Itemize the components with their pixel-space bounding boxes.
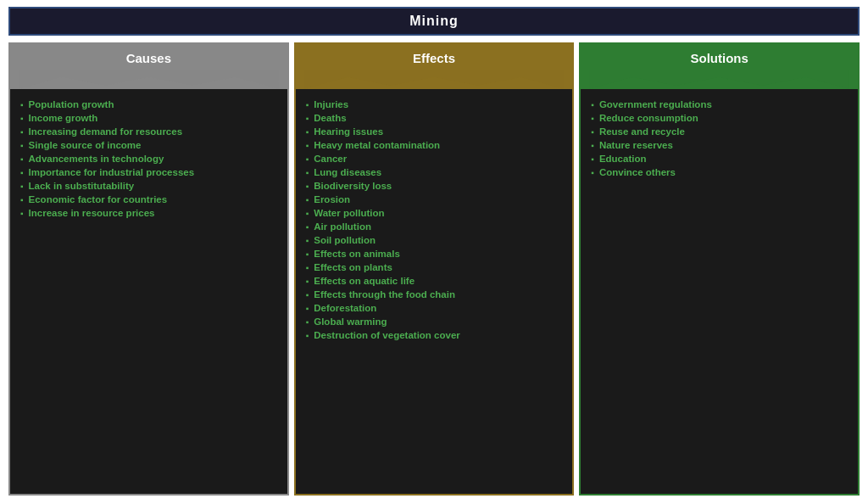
list-item: Single source of income bbox=[20, 138, 277, 152]
list-item: Education bbox=[591, 152, 848, 165]
list-item: Deforestation bbox=[306, 301, 563, 315]
list-item: Cancer bbox=[306, 152, 563, 165]
list-item: Effects on plants bbox=[306, 260, 563, 274]
effects-body: InjuriesDeathsHearing issuesHeavy metal … bbox=[296, 89, 573, 494]
list-item: Income growth bbox=[20, 111, 277, 125]
list-item: Injuries bbox=[306, 98, 563, 111]
list-item: Nature reserves bbox=[591, 138, 848, 152]
solutions-header: Solutions bbox=[581, 44, 858, 89]
effects-header: Effects bbox=[296, 44, 573, 89]
list-item: Effects on aquatic life bbox=[306, 274, 563, 288]
list-item: Lung diseases bbox=[306, 165, 563, 179]
list-item: Heavy metal contamination bbox=[306, 138, 563, 152]
causes-body: Population growthIncome growthIncreasing… bbox=[10, 89, 287, 494]
column-causes: Causes Population growthIncome growthInc… bbox=[8, 42, 289, 496]
main-title-bar: Mining bbox=[8, 7, 860, 36]
list-item: Water pollution bbox=[306, 206, 563, 220]
list-item: Hearing issues bbox=[306, 125, 563, 138]
list-item: Deaths bbox=[306, 111, 563, 125]
column-effects: Effects InjuriesDeathsHearing issuesHeav… bbox=[294, 42, 575, 496]
causes-header: Causes bbox=[10, 44, 287, 89]
main-title: Mining bbox=[409, 14, 459, 28]
svg-marker-3 bbox=[304, 70, 565, 89]
list-item: Biodiversity loss bbox=[306, 179, 563, 193]
solutions-title: Solutions bbox=[589, 51, 849, 70]
list-item: Increasing demand for resources bbox=[20, 125, 277, 138]
solutions-fold bbox=[589, 70, 849, 89]
list-item: Global warming bbox=[306, 315, 563, 328]
page-wrapper: Mining Causes Population growthIncome gr… bbox=[0, 0, 868, 504]
column-solutions: Solutions Government regulationsReduce c… bbox=[579, 42, 860, 496]
list-item: Soil pollution bbox=[306, 233, 563, 247]
list-item: Effects through the food chain bbox=[306, 288, 563, 301]
list-item: Lack in substitutability bbox=[20, 179, 277, 193]
list-item: Air pollution bbox=[306, 220, 563, 233]
solutions-body: Government regulationsReduce consumption… bbox=[581, 89, 858, 494]
causes-fold bbox=[19, 70, 279, 89]
list-item: Erosion bbox=[306, 193, 563, 206]
effects-fold bbox=[304, 70, 565, 89]
causes-title: Causes bbox=[19, 51, 279, 70]
list-item: Reuse and recycle bbox=[591, 125, 848, 138]
svg-marker-5 bbox=[589, 70, 849, 89]
list-item: Importance for industrial processes bbox=[20, 165, 277, 179]
list-item: Reduce consumption bbox=[591, 111, 848, 125]
list-item: Increase in resource prices bbox=[20, 206, 277, 220]
list-item: Destruction of vegetation cover bbox=[306, 328, 563, 342]
svg-marker-1 bbox=[19, 70, 279, 89]
list-item: Population growth bbox=[20, 98, 277, 111]
list-item: Convince others bbox=[591, 165, 848, 179]
columns-container: Causes Population growthIncome growthInc… bbox=[8, 42, 860, 496]
effects-title: Effects bbox=[304, 51, 565, 70]
list-item: Economic factor for countries bbox=[20, 193, 277, 206]
list-item: Government regulations bbox=[591, 98, 848, 111]
list-item: Effects on animals bbox=[306, 247, 563, 260]
list-item: Advancements in technology bbox=[20, 152, 277, 165]
